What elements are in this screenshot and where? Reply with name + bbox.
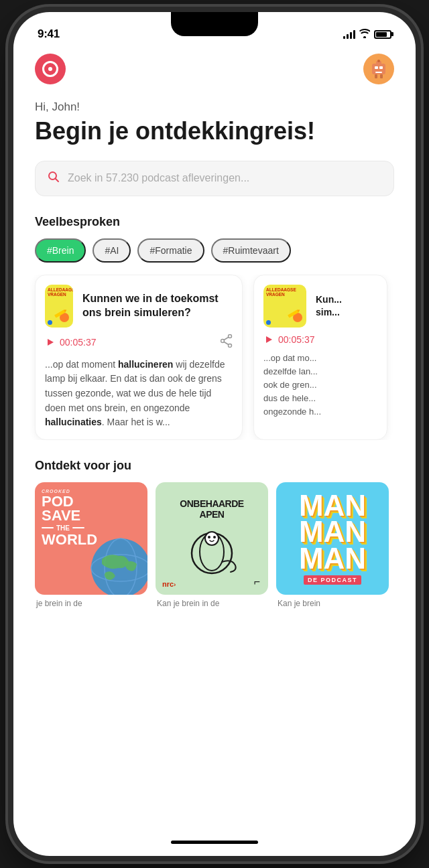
search-placeholder: Zoek in 57.230 podcast afleveringen... bbox=[68, 172, 249, 184]
main-content: Hi, John! Begin je ontdekkingreis! Zoek … bbox=[13, 47, 416, 856]
card-text-2: ...op dat mo...dezelfde lan...ook de gre… bbox=[263, 352, 377, 419]
podcast-card-2[interactable]: Alledaagsevragen Kun...sim... 00:05:3 bbox=[253, 275, 387, 440]
svg-point-25 bbox=[205, 532, 219, 545]
nrc-logo: nrc› bbox=[162, 580, 176, 588]
discover-label-man: Kan je brein bbox=[276, 599, 389, 608]
status-bar: 9:41 bbox=[13, 12, 416, 47]
status-icons bbox=[343, 29, 391, 40]
svg-line-17 bbox=[224, 342, 229, 344]
svg-point-6 bbox=[377, 60, 380, 62]
discover-label-onbehaarde: Kan je brein in de bbox=[156, 599, 268, 608]
battery-icon bbox=[374, 30, 391, 39]
discover-section: Ontdekt voor jou CROOKED Pod Save THE Wo… bbox=[35, 459, 394, 608]
discover-grid: CROOKED Pod Save THE World bbox=[13, 482, 416, 608]
svg-point-26 bbox=[208, 536, 210, 538]
onbehaarde-title: ONBEHAARDEAPEN bbox=[180, 498, 243, 520]
status-time: 9:41 bbox=[38, 27, 60, 41]
discover-card-pod-save-world[interactable]: CROOKED Pod Save THE World bbox=[35, 482, 147, 608]
onbehaarde-illustration bbox=[185, 525, 239, 579]
svg-rect-2 bbox=[375, 66, 378, 69]
search-bar[interactable]: Zoek in 57.230 podcast afleveringen... bbox=[35, 161, 394, 196]
svg-rect-7 bbox=[375, 74, 377, 78]
cards-scroll: Alledaagsevragen Kunnen we in de toekoms… bbox=[13, 275, 416, 440]
play-button-2[interactable] bbox=[263, 334, 274, 345]
home-indicator[interactable] bbox=[171, 841, 258, 844]
card-text-1: ...op dat moment hallucineren wij dezelf… bbox=[45, 358, 233, 430]
svg-rect-4 bbox=[375, 72, 382, 73]
svg-point-27 bbox=[213, 536, 216, 538]
discover-card-onbehaarde-apen[interactable]: ONBEHAARDEAPEN bbox=[156, 482, 268, 608]
play-time-1[interactable]: 00:05:37 bbox=[45, 337, 97, 348]
globe-decoration bbox=[88, 536, 147, 595]
discover-card-man-man-man[interactable]: MANMANMAN DE PODCAST Kan je brein bbox=[276, 482, 389, 608]
podcast-thumb-1: Alledaagsevragen bbox=[45, 285, 73, 328]
svg-rect-8 bbox=[380, 74, 383, 78]
signal-icon bbox=[343, 29, 355, 39]
play-time-2[interactable]: 00:05:37 bbox=[263, 334, 315, 345]
share-icon-1[interactable] bbox=[221, 334, 233, 351]
discover-label-pod-save: je brein in de bbox=[35, 599, 147, 608]
tags-row: #Brein #AI #Formatie #Ruimtevaart bbox=[35, 238, 394, 263]
svg-point-14 bbox=[229, 344, 232, 347]
pod-save-save: Save bbox=[42, 509, 141, 523]
phone-frame: 9:41 bbox=[13, 12, 416, 856]
tag-formatie[interactable]: #Formatie bbox=[137, 238, 204, 263]
avatar[interactable] bbox=[363, 54, 394, 84]
greeting-large: Begin je ontdekkingreis! bbox=[35, 118, 394, 145]
search-icon bbox=[48, 171, 60, 186]
svg-line-16 bbox=[224, 337, 229, 340]
man-title-text: MANMANMAN bbox=[299, 492, 366, 572]
svg-point-13 bbox=[229, 334, 232, 338]
notch bbox=[171, 12, 258, 36]
svg-rect-3 bbox=[379, 66, 383, 69]
bracket-deco: ⌐ bbox=[254, 576, 260, 588]
play-button-1[interactable] bbox=[45, 337, 56, 348]
svg-point-15 bbox=[221, 339, 225, 342]
trending-section-title: Veelbesproken bbox=[35, 215, 394, 229]
podcast-card-1[interactable]: Alledaagsevragen Kunnen we in de toekoms… bbox=[35, 275, 243, 440]
greeting-small: Hi, John! bbox=[35, 100, 394, 114]
tag-brein[interactable]: #Brein bbox=[35, 238, 86, 263]
podcast-thumb-2: Alledaagsevragen bbox=[263, 285, 306, 328]
tag-ruimtevaart[interactable]: #Ruimtevaart bbox=[211, 238, 291, 263]
card-title-2: Kun...sim... bbox=[316, 293, 342, 317]
svg-line-10 bbox=[56, 178, 59, 182]
discover-section-title: Ontdekt voor jou bbox=[35, 459, 394, 473]
app-header bbox=[35, 54, 394, 84]
tag-ai[interactable]: #AI bbox=[93, 238, 131, 263]
card-title-1: Kunnen we in de toekomst ons brein simul… bbox=[82, 292, 233, 320]
app-logo-icon[interactable] bbox=[35, 54, 66, 84]
man-podcast-label: DE PODCAST bbox=[304, 575, 361, 585]
wifi-icon bbox=[359, 29, 370, 40]
